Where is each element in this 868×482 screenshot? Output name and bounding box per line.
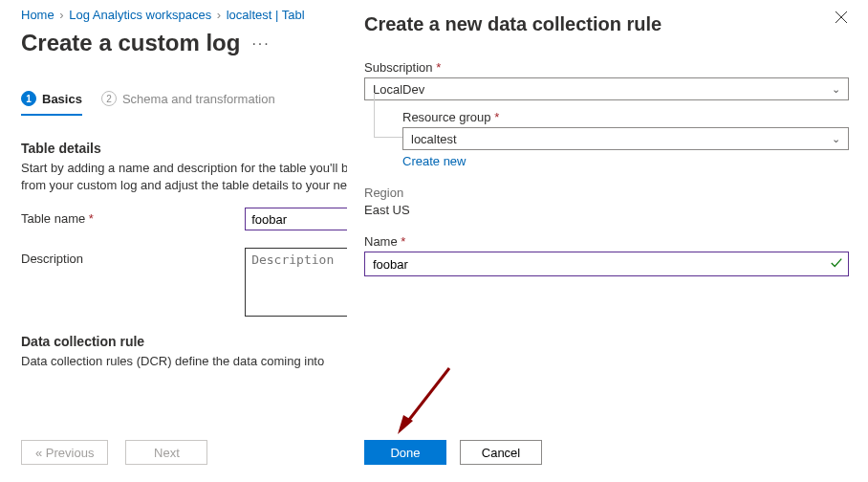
- region-label: Region: [364, 186, 849, 200]
- dropdown-value: localtest: [411, 132, 457, 146]
- wizard-nav: « Previous Next: [21, 440, 207, 465]
- crumb-home[interactable]: Home: [21, 8, 54, 22]
- checkmark-icon: [830, 256, 843, 273]
- crumb-workspaces[interactable]: Log Analytics workspaces: [69, 8, 211, 22]
- step-number: 2: [101, 91, 117, 106]
- name-input[interactable]: [364, 252, 849, 276]
- table-name-label: Table name *: [21, 208, 245, 226]
- step-number: 1: [21, 91, 36, 106]
- resource-group-dropdown[interactable]: localtest ⌄: [402, 127, 849, 150]
- cancel-button[interactable]: Cancel: [460, 440, 542, 465]
- subscription-dropdown[interactable]: LocalDev ⌄: [364, 77, 849, 100]
- chevron-right-icon: ›: [217, 8, 221, 22]
- page-title: Create a custom log: [21, 30, 240, 56]
- chevron-down-icon: ⌄: [832, 133, 840, 145]
- tab-basics[interactable]: 1 Basics: [21, 91, 82, 116]
- create-dcr-panel: Create a new data collection rule Subscr…: [347, 0, 868, 482]
- description-label: Description: [21, 248, 245, 266]
- chevron-down-icon: ⌄: [832, 83, 840, 96]
- chevron-right-icon: ›: [59, 8, 63, 22]
- more-icon[interactable]: ···: [251, 35, 270, 62]
- tab-label: Basics: [42, 92, 82, 106]
- name-label: Name *: [364, 234, 849, 249]
- dropdown-value: LocalDev: [373, 82, 424, 97]
- subscription-label: Subscription *: [364, 60, 849, 75]
- tab-schema[interactable]: 2 Schema and transformation: [101, 91, 275, 116]
- next-button[interactable]: Next: [125, 440, 207, 465]
- previous-button[interactable]: « Previous: [21, 440, 108, 465]
- create-new-link[interactable]: Create new: [402, 154, 466, 168]
- region-value: East US: [364, 203, 849, 217]
- resource-group-label: Resource group *: [402, 110, 849, 124]
- tab-label: Schema and transformation: [122, 92, 275, 106]
- done-button[interactable]: Done: [364, 440, 446, 465]
- panel-title: Create a new data collection rule: [364, 13, 662, 35]
- crumb-instance[interactable]: localtest | Tabl: [227, 8, 305, 22]
- close-icon[interactable]: [834, 10, 849, 25]
